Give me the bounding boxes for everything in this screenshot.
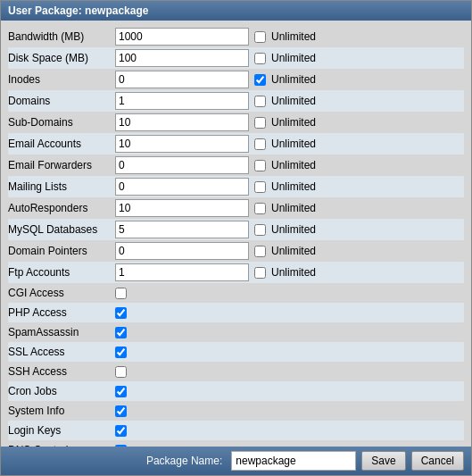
checkbox-label: SSL Access	[8, 346, 115, 358]
unlimited-label: Unlimited	[271, 180, 316, 193]
unlimited-checkbox[interactable]	[254, 203, 266, 214]
text-field-row: InodesUnlimited	[8, 69, 464, 90]
checkbox-row: DNS Control	[8, 440, 464, 447]
checkbox-label: System Info	[8, 405, 115, 417]
field-input[interactable]	[115, 242, 249, 260]
unlimited-label: Unlimited	[271, 52, 316, 64]
checkbox-label: SSH Access	[8, 365, 115, 378]
access-checkbox[interactable]	[115, 366, 127, 378]
unlimited-checkbox[interactable]	[254, 160, 266, 171]
text-field-row: Mailing ListsUnlimited	[8, 176, 464, 197]
checkbox-row: SSH Access	[8, 362, 464, 381]
field-input[interactable]	[115, 28, 249, 46]
text-field-row: AutoRespondersUnlimited	[8, 197, 464, 219]
unlimited-checkbox[interactable]	[254, 224, 266, 236]
cancel-button[interactable]: Cancel	[411, 451, 464, 471]
checkbox-label: CGI Access	[8, 287, 115, 299]
unlimited-checkbox[interactable]	[254, 138, 266, 150]
checkbox-label: SpamAssassin	[8, 326, 115, 338]
checkbox-row: System Info	[8, 401, 464, 421]
unlimited-label: Unlimited	[271, 30, 316, 43]
unlimited-label: Unlimited	[271, 266, 316, 279]
save-button[interactable]: Save	[361, 451, 405, 471]
text-field-row: Domain PointersUnlimited	[8, 240, 464, 262]
checkbox-row: PHP Access	[8, 303, 464, 322]
field-label: Sub-Domains	[8, 116, 115, 129]
checkbox-row: Cron Jobs	[8, 381, 464, 401]
unlimited-label: Unlimited	[271, 159, 316, 171]
text-field-row: Email AccountsUnlimited	[8, 133, 464, 154]
field-input[interactable]	[115, 199, 249, 217]
field-input[interactable]	[115, 178, 249, 196]
unlimited-checkbox[interactable]	[254, 74, 266, 86]
unlimited-checkbox[interactable]	[254, 117, 266, 129]
field-label: Mailing Lists	[8, 180, 115, 193]
field-label: Domain Pointers	[8, 245, 115, 257]
package-name-label: Package Name:	[146, 455, 222, 467]
unlimited-checkbox[interactable]	[254, 96, 266, 107]
field-label: Inodes	[8, 73, 115, 86]
checkbox-label: Login Keys	[8, 424, 115, 437]
field-input[interactable]	[115, 135, 249, 153]
text-field-row: Bandwidth (MB)Unlimited	[8, 26, 464, 47]
checkbox-row: SpamAssassin	[8, 322, 464, 342]
unlimited-checkbox[interactable]	[254, 181, 266, 193]
checkbox-label: PHP Access	[8, 306, 115, 319]
window-title: User Package: newpackage	[8, 4, 148, 17]
unlimited-checkbox[interactable]	[254, 246, 266, 257]
main-window: User Package: newpackage Bandwidth (MB)U…	[0, 0, 472, 476]
field-input[interactable]	[115, 71, 249, 88]
field-label: AutoResponders	[8, 202, 115, 214]
field-label: Email Forwarders	[8, 159, 115, 171]
unlimited-label: Unlimited	[271, 245, 316, 257]
checkbox-row: CGI Access	[8, 283, 464, 303]
field-label: MySQL Databases	[8, 223, 115, 236]
access-checkbox[interactable]	[115, 347, 127, 358]
access-checkbox[interactable]	[115, 288, 127, 299]
access-checkbox[interactable]	[115, 386, 127, 397]
field-label: Domains	[8, 95, 115, 107]
checkbox-label: Cron Jobs	[8, 385, 115, 397]
unlimited-checkbox[interactable]	[254, 31, 266, 43]
field-input[interactable]	[115, 221, 249, 238]
text-field-row: Ftp AccountsUnlimited	[8, 262, 464, 283]
field-input[interactable]	[115, 113, 249, 131]
text-field-row: Sub-DomainsUnlimited	[8, 112, 464, 133]
title-bar: User Package: newpackage	[1, 1, 471, 21]
field-input[interactable]	[115, 263, 249, 281]
field-label: Disk Space (MB)	[8, 52, 115, 64]
unlimited-label: Unlimited	[271, 223, 316, 236]
field-label: Email Accounts	[8, 138, 115, 150]
access-checkbox[interactable]	[115, 405, 127, 417]
unlimited-checkbox[interactable]	[254, 53, 266, 64]
field-input[interactable]	[115, 49, 249, 67]
checkbox-row: Login Keys	[8, 421, 464, 440]
field-input[interactable]	[115, 92, 249, 110]
footer-bar: Package Name: Save Cancel	[1, 447, 471, 475]
unlimited-label: Unlimited	[271, 73, 316, 86]
form-content: Bandwidth (MB)UnlimitedDisk Space (MB)Un…	[1, 21, 471, 447]
unlimited-label: Unlimited	[271, 95, 316, 107]
package-name-input[interactable]	[231, 451, 356, 471]
field-label: Ftp Accounts	[8, 266, 115, 279]
unlimited-label: Unlimited	[271, 138, 316, 150]
access-checkbox[interactable]	[115, 327, 127, 338]
text-field-row: Disk Space (MB)Unlimited	[8, 47, 464, 69]
field-label: Bandwidth (MB)	[8, 30, 115, 43]
text-fields-section: Bandwidth (MB)UnlimitedDisk Space (MB)Un…	[8, 26, 464, 283]
text-field-row: DomainsUnlimited	[8, 90, 464, 112]
text-field-row: Email ForwardersUnlimited	[8, 154, 464, 176]
unlimited-label: Unlimited	[271, 116, 316, 129]
checkbox-fields-section: CGI AccessPHP AccessSpamAssassinSSL Acce…	[8, 283, 464, 447]
unlimited-label: Unlimited	[271, 202, 316, 214]
access-checkbox[interactable]	[115, 307, 127, 319]
field-input[interactable]	[115, 156, 249, 174]
unlimited-checkbox[interactable]	[254, 267, 266, 279]
checkbox-row: SSL Access	[8, 342, 464, 362]
text-field-row: MySQL DatabasesUnlimited	[8, 219, 464, 240]
access-checkbox[interactable]	[115, 425, 127, 437]
